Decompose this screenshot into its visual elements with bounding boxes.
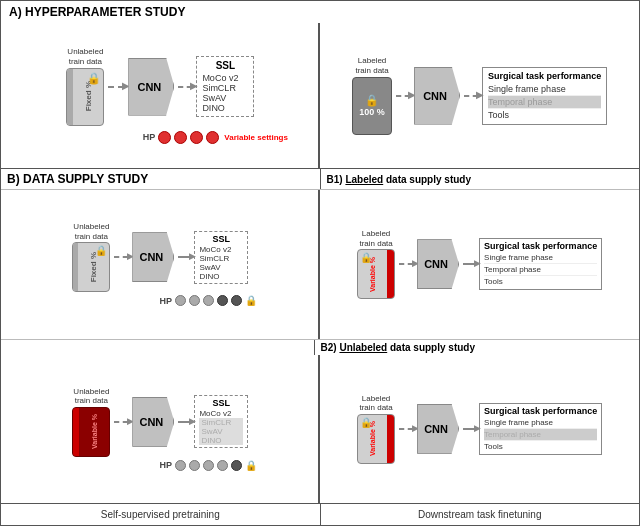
pipeline-row-a: Unlabeledtrain data Fixed % 🔒 ▶ <box>5 47 316 125</box>
b1-pipeline-right: Labeledtrain data Variable % 🔒 ▶ CNN <box>324 229 635 299</box>
arrow-a-right: ▶ <box>396 95 410 97</box>
b1-hp-2 <box>189 295 200 306</box>
ssl-item-a-3: SwAV <box>202 93 248 103</box>
lock-a: 🔒 <box>87 72 101 85</box>
b2-arrow2: ▶ <box>178 421 190 423</box>
b1-unlabeled-block: Fixed % 🔒 <box>72 242 110 292</box>
b2-hp-3 <box>203 460 214 471</box>
b2-labeled-label: Labeledtrain data <box>359 394 392 413</box>
b2-hp-4 <box>217 460 228 471</box>
b2-results-title: Surgical task performance <box>484 406 597 416</box>
b1-variable-bar <box>387 250 394 298</box>
b1-ssl-title: SSL <box>199 234 243 244</box>
b1-ssl-box: SSL MoCo v2 SimCLR SwAV DINO <box>194 231 248 284</box>
section-b1-label: B1) Labeled data supply study <box>321 169 640 189</box>
b2-unlabeled-label: Unlabeledtrain data <box>73 387 109 406</box>
b1-hp-4 <box>217 295 228 306</box>
b2-result-3: Tools <box>484 441 597 452</box>
ssl-item-a-1: MoCo v2 <box>202 73 248 83</box>
b1-arrow-right: ▶ <box>399 263 413 265</box>
hp-circle-a-4 <box>206 131 219 144</box>
b1-ssl-1: MoCo v2 <box>199 245 243 254</box>
b1-result-3: Tools <box>484 276 597 287</box>
pipeline-row-a-right: Labeledtrain data 🔒 100 % ▶ CNN <box>324 56 635 134</box>
b1-ssl-3: SwAV <box>199 263 243 272</box>
b1-labeled-data: Labeledtrain data Variable % 🔒 <box>357 229 395 299</box>
b2-ssl-2: SimCLR <box>199 418 243 427</box>
b1-result-2: Temporal phase <box>484 264 597 276</box>
cnn-a-right: CNN <box>414 67 460 125</box>
footer: Self-supervised pretraining Downstream t… <box>1 503 639 525</box>
b2-header-left-spacer <box>1 340 315 355</box>
cnn-a: CNN <box>128 58 174 116</box>
b2-ssl-title: SSL <box>199 398 243 408</box>
labeled-block-a: 🔒 100 % <box>352 77 392 135</box>
b1-row: Unlabeledtrain data Fixed % 🔒 ▶ CNN <box>1 189 639 339</box>
footer-left: Self-supervised pretraining <box>1 504 321 525</box>
section-a-right: Labeledtrain data 🔒 100 % ▶ CNN <box>320 23 639 168</box>
b2-result-1: Single frame phase <box>484 417 597 429</box>
b2-arrow-right: ▶ <box>399 428 413 430</box>
b2-pipeline: Unlabeledtrain data Variable % ▶ CNN <box>5 387 316 457</box>
b1-lock-hp: 🔒 <box>245 295 257 306</box>
lock-a-right: 🔒 <box>365 94 379 107</box>
hp-circle-a-1 <box>158 131 171 144</box>
b2-ssl-3: SwAV <box>199 427 243 436</box>
b1-lock-right: 🔒 <box>360 252 372 263</box>
b2-variable-bar-right <box>387 415 394 463</box>
b2-unlabeled-block: Variable % <box>72 407 110 457</box>
footer-right: Downstream task finetuning <box>321 504 640 525</box>
hp-row-a: HP Variable settings <box>143 131 288 144</box>
b2-right: Labeledtrain data Variable % 🔒 ▶ CNN <box>320 355 639 504</box>
ssl-box-a: SSL MoCo v2 SimCLR SwAV DINO <box>196 56 254 117</box>
b2-labeled-data: Labeledtrain data Variable % 🔒 <box>357 394 395 464</box>
b2-lock-right: 🔒 <box>360 417 372 428</box>
b2-unlabeled-data: Unlabeledtrain data Variable % <box>72 387 110 457</box>
b1-arrow-right-2: ▶ <box>463 263 475 265</box>
section-b: B) DATA SUPPLY STUDY B1) Labeled data su… <box>1 169 639 503</box>
b2-hp-row: HP 🔒 <box>160 460 258 471</box>
hp-circle-a-2 <box>174 131 187 144</box>
b2-variable-text: Variable % <box>91 414 98 449</box>
b2-arrow1: ▶ <box>114 421 128 423</box>
section-b-header: B) DATA SUPPLY STUDY B1) Labeled data su… <box>1 169 639 189</box>
b2-cnn-right: CNN <box>417 404 459 454</box>
b1-labeled-label: Labeledtrain data <box>359 229 392 248</box>
ssl-item-a-2: SimCLR <box>202 83 248 93</box>
results-title-a: Surgical task performance <box>488 71 601 81</box>
section-a-label: A) HYPERPARAMETER STUDY <box>1 1 639 23</box>
arrow-a2: ▶ <box>178 86 192 88</box>
b2-ssl-4: DINO <box>199 436 243 445</box>
b1-pipeline: Unlabeledtrain data Fixed % 🔒 ▶ CNN <box>5 222 316 292</box>
b1-result-1: Single frame phase <box>484 252 597 264</box>
hp-label-a: HP <box>143 132 156 142</box>
b2-lock-hp: 🔒 <box>245 460 257 471</box>
results-item-a-3: Tools <box>488 109 601 121</box>
b2-labeled-block: Variable % 🔒 <box>357 414 395 464</box>
b1-cnn-right: CNN <box>417 239 459 289</box>
unlabeled-data-a: Unlabeledtrain data Fixed % 🔒 <box>66 47 104 125</box>
b1-fixed-text: Fixed % <box>89 252 98 282</box>
arrow-a1: ▶ <box>108 86 124 88</box>
b1-ssl-4: DINO <box>199 272 243 281</box>
b1-left: Unlabeledtrain data Fixed % 🔒 ▶ CNN <box>1 190 319 339</box>
b2-result-2: Temporal phase <box>484 429 597 441</box>
b1-hp-5 <box>231 295 242 306</box>
b1-right: Labeledtrain data Variable % 🔒 ▶ CNN <box>320 190 639 339</box>
b1-arrow1: ▶ <box>114 256 128 258</box>
hp-circle-a-3 <box>190 131 203 144</box>
b1-results-title: Surgical task performance <box>484 241 597 251</box>
arrow-a-right-2: ▶ <box>464 95 478 97</box>
fixed-bar-a <box>67 69 73 125</box>
section-a-left: Unlabeledtrain data Fixed % 🔒 ▶ <box>1 23 319 168</box>
unlabeled-label-a: Unlabeledtrain data <box>67 47 103 66</box>
labeled-label-a: Labeledtrain data <box>355 56 388 75</box>
b2-row: Unlabeledtrain data Variable % ▶ CNN <box>1 355 639 504</box>
b1-ssl-2: SimCLR <box>199 254 243 263</box>
results-item-a-1: Single frame phase <box>488 83 601 96</box>
b1-unlabeled-data: Unlabeledtrain data Fixed % 🔒 <box>72 222 110 292</box>
b2-hp-label: HP <box>160 460 173 470</box>
b1-lock: 🔒 <box>95 245 107 256</box>
b2-cnn: CNN <box>132 397 174 447</box>
b2-hp-1 <box>175 460 186 471</box>
